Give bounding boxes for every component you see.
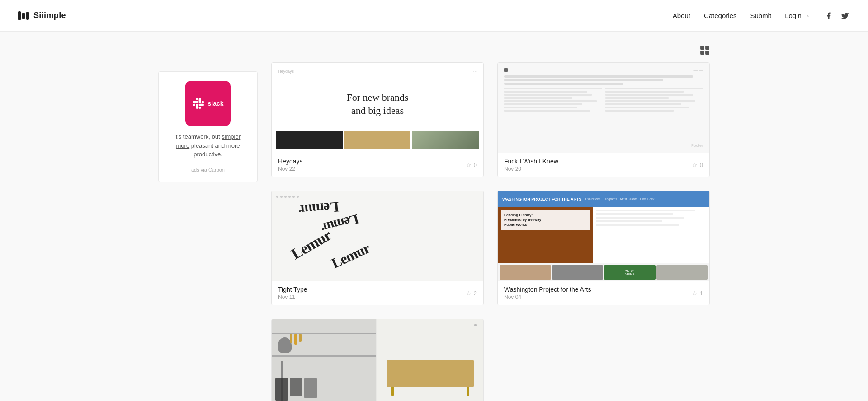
simon-left-panel bbox=[272, 319, 376, 401]
simon-shelf-2 bbox=[272, 355, 376, 357]
svg-rect-2 bbox=[700, 51, 704, 55]
star-count: 2 bbox=[474, 290, 477, 297]
wpa-middle-area: Lending Library:Presented by BellwayPubl… bbox=[498, 207, 709, 263]
heydays-tan-swatch bbox=[344, 131, 411, 149]
tighttype-word-4: Lemur bbox=[329, 240, 372, 272]
twitter-link[interactable] bbox=[840, 11, 850, 21]
wpa-brand: WASHINGTON PROJECT FOR THE ARTS bbox=[502, 197, 582, 201]
card-wpa[interactable]: WASHINGTON PROJECT FOR THE ARTS Exhibiti… bbox=[497, 191, 710, 305]
ad-sidebar: slack It's teamwork, but simpler, more p… bbox=[158, 62, 258, 401]
view-controls bbox=[158, 45, 710, 55]
slack-wordmark: slack bbox=[208, 100, 223, 107]
card-wpa-date: Nov 04 bbox=[504, 294, 591, 300]
nav-categories[interactable]: Categories bbox=[704, 12, 737, 19]
site-header: Siiimple About Categories Submit Login → bbox=[0, 0, 868, 32]
cards-grid: Heydays ··· For new brandsand big ideas bbox=[271, 62, 710, 401]
content-area: slack It's teamwork, but simpler, more p… bbox=[158, 62, 710, 401]
fwik-topbar: — — bbox=[504, 68, 703, 73]
main-content: slack It's teamwork, but simpler, more p… bbox=[140, 32, 728, 401]
grid-toggle-button[interactable] bbox=[700, 45, 710, 55]
logo-text: Siiimple bbox=[33, 11, 66, 20]
card-wpa-image: WASHINGTON PROJECT FOR THE ARTS Exhibiti… bbox=[498, 191, 709, 281]
svg-rect-0 bbox=[700, 46, 704, 50]
simon-table-obj bbox=[387, 360, 474, 387]
nav-submit[interactable]: Submit bbox=[750, 12, 771, 19]
card-heydays-meta: Heydays Nov 22 bbox=[278, 158, 302, 172]
facebook-link[interactable] bbox=[824, 11, 834, 21]
card-simon-image bbox=[272, 319, 483, 401]
card-wpa-meta: Washington Project for the Arts Nov 04 bbox=[504, 286, 591, 300]
card-fwik-stars[interactable]: ☆ 0 bbox=[692, 162, 703, 168]
heydays-nav-icon: ··· bbox=[473, 69, 477, 74]
wpa-overlay-text: Lending Library:Presented by BellwayPubl… bbox=[501, 210, 590, 230]
twitter-icon bbox=[841, 12, 849, 20]
card-tighttype-date: Nov 11 bbox=[278, 294, 307, 300]
star-count: 1 bbox=[700, 290, 703, 297]
card-heydays-footer: Heydays Nov 22 ☆ 0 bbox=[272, 153, 483, 177]
wpa-top-bar: WASHINGTON PROJECT FOR THE ARTS Exhibiti… bbox=[498, 191, 709, 207]
tighttype-text-area: Lemur Lemur Lemur Lemur bbox=[272, 191, 483, 281]
card-heydays-image: Heydays ··· For new brandsand big ideas bbox=[272, 63, 483, 153]
fwik-dot bbox=[504, 68, 508, 72]
star-icon: ☆ bbox=[692, 290, 698, 297]
simon-right-panel bbox=[377, 319, 483, 401]
card-fwik[interactable]: — — bbox=[497, 62, 710, 177]
tighttype-word-1: Lemur bbox=[298, 198, 340, 219]
nav-login[interactable]: Login → bbox=[785, 12, 810, 19]
card-fwik-meta: Fuck I Wish I Knew Nov 20 bbox=[504, 158, 558, 172]
card-fwik-footer: Fuck I Wish I Knew Nov 20 ☆ 0 bbox=[498, 153, 709, 177]
card-heydays-date: Nov 22 bbox=[278, 166, 302, 172]
simon-bottles bbox=[290, 334, 302, 345]
main-nav: About Categories Submit Login → bbox=[673, 11, 850, 21]
wpa-left-panel: Lending Library:Presented by BellwayPubl… bbox=[498, 207, 593, 263]
card-tighttype-footer: Tight Type Nov 11 ☆ 2 bbox=[272, 281, 483, 305]
card-heydays-stars[interactable]: ☆ 0 bbox=[466, 162, 477, 168]
wpa-right-panel bbox=[593, 207, 709, 263]
card-heydays-title: Heydays bbox=[278, 158, 302, 165]
simon-dot bbox=[474, 324, 477, 326]
star-icon: ☆ bbox=[466, 162, 472, 168]
card-tighttype-meta: Tight Type Nov 11 bbox=[278, 286, 307, 300]
fwik-bottom-text: Footer bbox=[691, 143, 703, 148]
facebook-icon bbox=[825, 12, 833, 20]
ad-via: ads via Carbon bbox=[191, 167, 225, 173]
tighttype-word-3: Lemur bbox=[288, 227, 334, 263]
nav-about[interactable]: About bbox=[673, 12, 690, 19]
card-wpa-title: Washington Project for the Arts bbox=[504, 286, 591, 293]
star-icon: ☆ bbox=[692, 162, 698, 168]
card-tighttype[interactable]: Lemur Lemur Lemur Lemur Tight Type Nov 1… bbox=[271, 191, 484, 305]
card-tighttype-title: Tight Type bbox=[278, 286, 307, 293]
simon-clothes bbox=[275, 378, 317, 401]
card-fwik-image: — — bbox=[498, 63, 709, 153]
heydays-tagline: For new brandsand big ideas bbox=[276, 78, 479, 131]
star-count: 0 bbox=[700, 162, 703, 168]
wpa-green-text: WE PAYARTISTS bbox=[625, 270, 634, 275]
card-simon[interactable]: Simon James Design Nov 04 ☆ 1 bbox=[271, 319, 484, 401]
card-tighttype-stars[interactable]: ☆ 2 bbox=[466, 290, 477, 297]
card-fwik-title: Fuck I Wish I Knew bbox=[504, 158, 558, 165]
card-wpa-stars[interactable]: ☆ 1 bbox=[692, 290, 703, 297]
svg-rect-1 bbox=[705, 46, 709, 50]
site-logo[interactable]: Siiimple bbox=[18, 11, 66, 20]
simon-shelf-1 bbox=[272, 333, 376, 334]
star-icon: ☆ bbox=[466, 290, 472, 297]
card-tighttype-image: Lemur Lemur Lemur Lemur bbox=[272, 191, 483, 281]
card-fwik-date: Nov 20 bbox=[504, 166, 558, 172]
card-heydays[interactable]: Heydays ··· For new brandsand big ideas bbox=[271, 62, 484, 177]
ad-description: It's teamwork, but simpler, more pleasan… bbox=[168, 132, 248, 159]
fwik-title-lines bbox=[504, 75, 703, 85]
social-links bbox=[824, 11, 850, 21]
wpa-bottom-strip: WE PAYARTISTS bbox=[498, 263, 709, 281]
heydays-image-swatch bbox=[412, 131, 479, 149]
logo-icon bbox=[18, 11, 29, 20]
star-count: 0 bbox=[474, 162, 477, 168]
fwik-columns bbox=[504, 88, 703, 148]
card-wpa-footer: Washington Project for the Arts Nov 04 ☆… bbox=[498, 281, 709, 305]
ad-card: slack It's teamwork, but simpler, more p… bbox=[158, 71, 258, 182]
svg-rect-3 bbox=[705, 51, 709, 55]
ad-logo: slack bbox=[185, 81, 231, 126]
grid-icon bbox=[700, 45, 710, 55]
heydays-black-swatch bbox=[276, 131, 343, 149]
heydays-nav-label: Heydays bbox=[278, 69, 294, 74]
heydays-bottom-strip bbox=[276, 131, 479, 149]
